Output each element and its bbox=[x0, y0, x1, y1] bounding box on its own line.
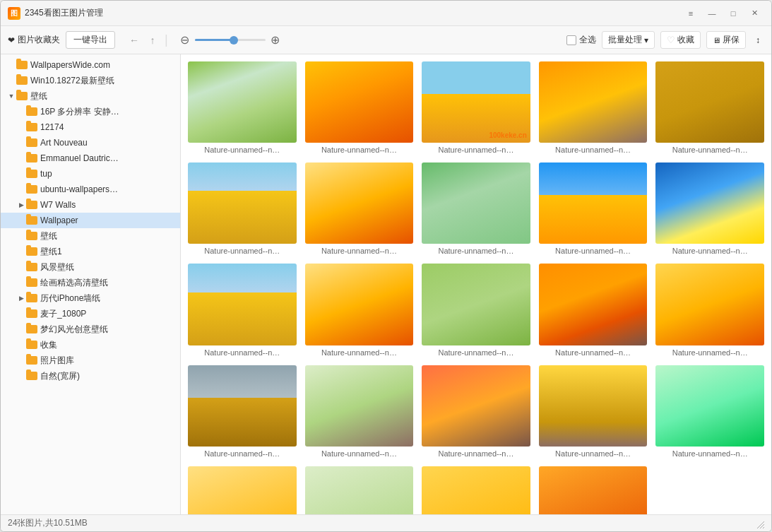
sidebar-item-emmanuel[interactable]: Emmanuel Dautric… bbox=[1, 150, 180, 166]
sidebar-item-bizhi1[interactable]: 壁纸1 bbox=[1, 244, 180, 259]
image-name-4: Nature-unnamed--n… bbox=[539, 146, 648, 154]
image-thumb-2 bbox=[305, 61, 414, 143]
toggle-icon-bizhi2 bbox=[16, 231, 26, 241]
sidebar-item-fengjing[interactable]: 风景壁纸 bbox=[1, 259, 180, 275]
image-item[interactable]: Nature-unnamed--n… bbox=[539, 162, 648, 255]
sidebar-item-artnouveau[interactable]: Art Nouveau bbox=[1, 135, 180, 150]
image-item[interactable]: Nature-unnamed--n… bbox=[539, 61, 648, 154]
image-thumb-6 bbox=[188, 162, 297, 244]
image-item[interactable]: 100keke.cnNature-unnamed--n… bbox=[422, 61, 530, 154]
image-item[interactable]: Nature-unnamed--n… bbox=[422, 264, 530, 356]
favorites-button[interactable]: ❤ 图片收藏夹 bbox=[8, 34, 60, 46]
toolbar-left: ❤ 图片收藏夹 一键导出 ← ↑ | ⊖ bbox=[8, 31, 561, 49]
sidebar-item-shoucang[interactable]: 收集 bbox=[1, 337, 180, 353]
image-item[interactable]: Nature-unnamed--n… bbox=[305, 61, 414, 154]
image-item[interactable]: Nature-unnamed--n… bbox=[655, 162, 764, 255]
sidebar-label-ziran: 自然(宽屏) bbox=[40, 370, 177, 382]
sidebar-label-maizi: 麦子_1080P bbox=[40, 308, 177, 320]
screen-label: 屏保 bbox=[723, 34, 740, 46]
sidebar-item-zhaopian[interactable]: 照片图库 bbox=[1, 353, 180, 368]
image-item[interactable]: Nature-unnamed--n… bbox=[188, 61, 297, 154]
maximize-button[interactable]: □ bbox=[723, 6, 743, 21]
image-item[interactable]: Nature-unnamed--n… bbox=[305, 365, 414, 458]
zoom-in-button[interactable]: ⊕ bbox=[268, 33, 283, 47]
toggle-icon-shoucang bbox=[16, 340, 26, 350]
batch-process-button[interactable]: 批量处理 ▾ bbox=[602, 31, 655, 49]
menu-button[interactable]: ≡ bbox=[681, 6, 701, 21]
sidebar-label-16p: 16P 多分辨率 安静… bbox=[40, 106, 177, 118]
sidebar-item-iphone[interactable]: ▶历代iPhone墙纸 bbox=[1, 290, 180, 306]
image-item[interactable]: Nature-unnamed--n… bbox=[539, 365, 648, 458]
folder-icon-bizhi bbox=[16, 90, 28, 102]
collect-button[interactable]: ♡ 收藏 bbox=[660, 31, 701, 49]
sidebar-item-bizhi[interactable]: ▼壁纸 bbox=[1, 88, 180, 104]
image-item[interactable]: Nature-unnamed--n… bbox=[655, 61, 764, 154]
image-item[interactable]: Nature-unnamed--n… bbox=[655, 264, 764, 356]
sidebar-item-maizi[interactable]: 麦子_1080P bbox=[1, 306, 180, 321]
main-content: WallpapersWide.comWin10.18272最新壁纸▼壁纸16P … bbox=[1, 54, 771, 514]
image-name-19: Nature-unnamed--n… bbox=[539, 449, 648, 458]
image-item[interactable]: Nature-unnamed--n… bbox=[188, 466, 297, 514]
sidebar-label-fengjing: 风景壁纸 bbox=[40, 261, 177, 273]
sidebar-item-12174[interactable]: 12174 bbox=[1, 119, 180, 135]
image-name-16: Nature-unnamed--n… bbox=[188, 449, 297, 458]
sidebar-item-tup[interactable]: tup bbox=[1, 166, 180, 182]
sort-button[interactable]: ↕ bbox=[752, 33, 764, 47]
image-item[interactable]: Nature-unnamed--n… bbox=[188, 365, 297, 458]
close-button[interactable]: ✕ bbox=[744, 6, 764, 21]
select-all-check-box[interactable] bbox=[566, 35, 576, 45]
zoom-out-button[interactable]: ⊖ bbox=[178, 33, 192, 47]
toggle-icon-huihua bbox=[16, 278, 26, 288]
image-thumb-14 bbox=[539, 264, 648, 345]
image-item[interactable]: Nature-unnamed--n… bbox=[305, 162, 414, 255]
sidebar-label-huihua: 绘画精选高清壁纸 bbox=[40, 277, 177, 289]
image-name-11: Nature-unnamed--n… bbox=[188, 348, 297, 357]
sidebar-item-win10[interactable]: Win10.18272最新壁纸 bbox=[1, 73, 180, 88]
toggle-icon-artnouveau bbox=[16, 138, 26, 148]
image-item[interactable]: Nature-unnamed--n… bbox=[305, 466, 414, 514]
sidebar-item-bizhi2[interactable]: 壁纸 bbox=[1, 228, 180, 244]
minimize-button[interactable]: — bbox=[702, 6, 722, 21]
sidebar-item-huihua[interactable]: 绘画精选高清壁纸 bbox=[1, 275, 180, 290]
nav-up-button[interactable]: ↑ bbox=[145, 32, 160, 48]
sidebar-item-wallpaperswide[interactable]: WallpapersWide.com bbox=[1, 57, 180, 73]
image-name-3: Nature-unnamed--n… bbox=[422, 146, 530, 154]
resize-handle[interactable] bbox=[754, 519, 764, 528]
image-item[interactable]: Nature-unnamed--n… bbox=[539, 466, 648, 514]
sidebar-label-w7walls: W7 Walls bbox=[40, 200, 177, 210]
toggle-icon-win10 bbox=[6, 76, 16, 85]
image-item[interactable]: Nature-unnamed--n… bbox=[422, 162, 530, 255]
image-item[interactable]: Nature-unnamed--n… bbox=[188, 162, 297, 255]
image-name-7: Nature-unnamed--n… bbox=[305, 247, 414, 255]
sidebar-item-16p[interactable]: 16P 多分辨率 安静… bbox=[1, 104, 180, 119]
image-item[interactable]: Nature-unnamed--n… bbox=[305, 264, 414, 356]
image-item[interactable]: Nature-unnamed--n… bbox=[539, 264, 648, 356]
toggle-icon-ziran bbox=[16, 371, 26, 381]
image-item[interactable]: Nature-unnamed--n… bbox=[188, 264, 297, 356]
sidebar-item-menghua[interactable]: 梦幻风光创意壁纸 bbox=[1, 321, 180, 337]
image-thumb-16 bbox=[188, 365, 297, 447]
image-name-1: Nature-unnamed--n… bbox=[188, 146, 297, 154]
image-item[interactable]: Nature-unnamed--n… bbox=[655, 365, 764, 458]
batch-label: 批量处理 bbox=[608, 34, 642, 46]
image-name-18: Nature-unnamed--n… bbox=[422, 449, 530, 458]
image-grid-container[interactable]: Nature-unnamed--n…Nature-unnamed--n…100k… bbox=[181, 54, 771, 514]
nav-back-button[interactable]: ← bbox=[126, 32, 142, 48]
image-grid: Nature-unnamed--n…Nature-unnamed--n…100k… bbox=[188, 61, 764, 514]
folder-icon-w7walls bbox=[26, 199, 37, 211]
folder-icon-emmanuel bbox=[26, 153, 37, 164]
select-all-checkbox[interactable]: 全选 bbox=[566, 34, 596, 46]
image-item[interactable]: Nature-unnamed--n… bbox=[422, 466, 530, 514]
toggle-icon-wallpaperswide bbox=[6, 60, 16, 70]
zoom-slider[interactable] bbox=[195, 39, 266, 41]
sidebar-item-ubuntu[interactable]: ubuntu-wallpapers… bbox=[1, 182, 180, 197]
sidebar-item-wallpaper[interactable]: Wallpaper bbox=[1, 213, 180, 228]
export-button[interactable]: 一键导出 bbox=[66, 31, 115, 49]
folder-icon-shoucang bbox=[26, 339, 37, 350]
sidebar-item-w7walls[interactable]: ▶W7 Walls bbox=[1, 197, 180, 213]
toggle-icon-bizhi: ▼ bbox=[6, 91, 16, 101]
image-item[interactable]: Nature-unnamed--n… bbox=[422, 365, 530, 458]
app-icon: 图 bbox=[8, 7, 20, 20]
sidebar-item-ziran[interactable]: 自然(宽屏) bbox=[1, 368, 180, 384]
screen-saver-button[interactable]: 🖥 屏保 bbox=[706, 31, 746, 49]
